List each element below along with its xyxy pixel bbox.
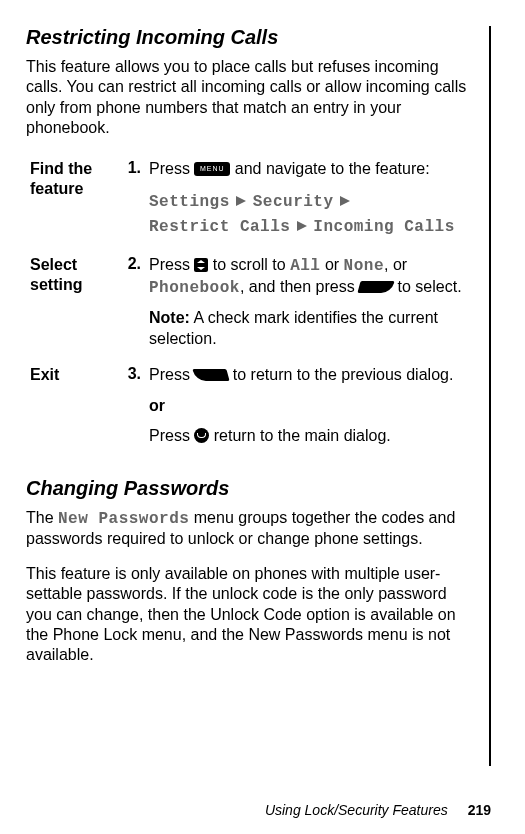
passwords-paragraph-1: The New Passwords menu groups together t… (26, 508, 473, 550)
text: , and then press (240, 278, 359, 295)
footer-text: Using Lock/Security Features (265, 802, 448, 818)
note-label: Note: (149, 309, 190, 326)
text: and navigate to the feature: (230, 160, 429, 177)
step-number: 1. (121, 153, 145, 249)
soft-key-left-icon (193, 369, 230, 381)
text: to scroll to (208, 256, 290, 273)
text: to select. (393, 278, 461, 295)
intro-paragraph: This feature allows you to place calls b… (26, 57, 473, 139)
option-all: All (290, 257, 320, 275)
option-phonebook: Phonebook (149, 279, 240, 297)
option-none: None (344, 257, 384, 275)
step-description: Press MENU and navigate to the feature: … (145, 153, 473, 249)
text: Press (149, 256, 194, 273)
or-separator: or (149, 396, 469, 416)
section-title-restricting: Restricting Incoming Calls (26, 26, 473, 49)
note-text: A check mark identifies the current sele… (149, 309, 438, 346)
steps-table: Find the feature 1. Press MENU and navig… (26, 153, 473, 457)
text: Press (149, 427, 194, 444)
path-restrict: Restrict Calls (149, 218, 290, 236)
passwords-paragraph-2: This feature is only available on phones… (26, 564, 473, 666)
menu-name-new-passwords: New Passwords (58, 510, 189, 528)
path-incoming: Incoming Calls (313, 218, 454, 236)
step-label: Find the feature (26, 153, 121, 249)
step-label: Exit (26, 359, 121, 456)
scroll-key-icon (194, 258, 208, 272)
arrow-icon (340, 196, 350, 206)
path-security: Security (253, 193, 334, 211)
note-block: Note: A check mark identifies the curren… (149, 308, 469, 349)
step-label: Select setting (26, 249, 121, 359)
end-key-icon (194, 428, 209, 443)
nav-path: Settings Security Restrict Calls Incomin… (149, 189, 469, 239)
section-title-passwords: Changing Passwords (26, 477, 473, 500)
text: , or (384, 256, 407, 273)
step-row-1: Find the feature 1. Press MENU and navig… (26, 153, 473, 249)
step-number: 3. (121, 359, 145, 456)
text: Press (149, 160, 194, 177)
step-description: Press to return to the previous dialog. … (145, 359, 473, 456)
step-row-3: Exit 3. Press to return to the previous … (26, 359, 473, 456)
text: to return to the previous dialog. (228, 366, 453, 383)
page-footer: Using Lock/Security Features 219 (265, 802, 491, 818)
step-row-2: Select setting 2. Press to scroll to All… (26, 249, 473, 359)
soft-key-right-icon (358, 281, 395, 293)
arrow-icon (297, 221, 307, 231)
arrow-icon (236, 196, 246, 206)
text: return to the main dialog. (209, 427, 390, 444)
page-number: 219 (468, 802, 491, 818)
text: The (26, 509, 58, 526)
step-description: Press to scroll to All or None, or Phone… (145, 249, 473, 359)
step-number: 2. (121, 249, 145, 359)
text: Press (149, 366, 194, 383)
path-settings: Settings (149, 193, 230, 211)
text: or (320, 256, 343, 273)
menu-key-icon: MENU (194, 162, 230, 176)
